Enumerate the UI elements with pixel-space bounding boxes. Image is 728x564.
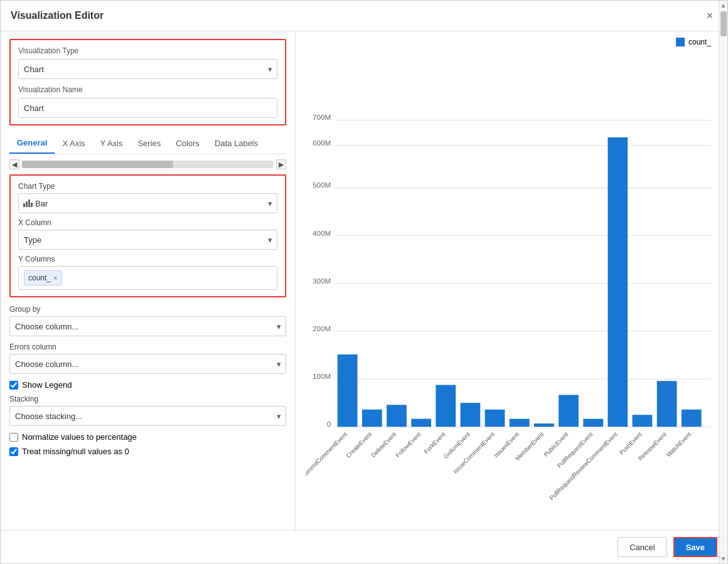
dialog-footer: Cancel Save [1, 530, 727, 563]
svg-text:0: 0 [327, 420, 331, 428]
bar-chart: 0 100M 200M 300M 400M 500M 600M 700M [306, 38, 717, 524]
bar-1 [362, 410, 382, 427]
normalize-row: Normalize values to percentage [9, 432, 286, 442]
svg-text:700M: 700M [313, 113, 331, 121]
y-columns-label: Y Columns [18, 255, 277, 263]
bar-10 [583, 419, 603, 427]
svg-text:100M: 100M [313, 372, 331, 380]
x-column-select-wrapper: Type [18, 230, 277, 250]
svg-text:500M: 500M [313, 181, 331, 189]
chart-settings-section: Chart Type Bar X Column Type [9, 174, 286, 297]
group-by-select[interactable]: Choose column... [9, 316, 286, 336]
tab-colors[interactable]: Colors [168, 134, 207, 153]
bar-4 [436, 385, 456, 427]
scroll-thumb [22, 161, 173, 168]
svg-text:WatchEvent: WatchEvent [665, 430, 692, 458]
bar-9 [559, 395, 579, 427]
tab-datalabels[interactable]: Data Labels [207, 134, 265, 153]
bar-8 [534, 423, 554, 427]
svg-text:ForkEvent: ForkEvent [422, 430, 447, 455]
chart-container: count_ 0 100M 200M 300M 400M 500M 600M 7… [306, 38, 717, 524]
legend-label: count_ [688, 38, 711, 46]
chart-type-select[interactable]: Bar [18, 193, 277, 213]
treat-null-label: Treat missing/null values as 0 [22, 447, 129, 456]
y-column-tag: count_ × [24, 270, 62, 285]
scroll-right-arrow[interactable]: ▶ [276, 159, 286, 169]
visualization-editor-dialog: Visualization Editor × Visualization Typ… [0, 0, 728, 564]
bar-7 [510, 419, 530, 427]
tab-yaxis[interactable]: Y Axis [93, 134, 131, 153]
right-panel: count_ 0 100M 200M 300M 400M 500M 600M 7… [296, 31, 727, 530]
y-columns-box: count_ × [18, 266, 277, 290]
save-button[interactable]: Save [673, 537, 717, 557]
tab-general[interactable]: General [9, 133, 55, 154]
stacking-row: Stacking Choose stacking... [9, 395, 286, 426]
y-column-tag-close[interactable]: × [53, 274, 57, 282]
viz-type-select[interactable]: Chart [18, 59, 277, 79]
tab-series[interactable]: Series [130, 134, 168, 153]
tab-xaxis[interactable]: X Axis [55, 134, 92, 153]
stacking-select[interactable]: Choose stacking... [9, 406, 286, 426]
stacking-select-wrapper: Choose stacking... [9, 406, 286, 426]
show-legend-row: Show Legend [9, 380, 286, 390]
errors-column-select[interactable]: Choose column... [9, 354, 286, 374]
bar-13 [657, 381, 677, 427]
group-by-row: Group by Choose column... [9, 305, 286, 336]
cancel-button[interactable]: Cancel [618, 537, 666, 557]
viz-name-label: Visualization Name [18, 85, 277, 94]
svg-text:PushEvent: PushEvent [618, 430, 644, 456]
bar-2 [387, 405, 407, 427]
show-legend-label: Show Legend [22, 380, 72, 390]
bar-3 [411, 419, 431, 427]
viz-type-select-wrapper: Chart [18, 59, 277, 79]
tabs-row: General X Axis Y Axis Series Colors Data… [9, 133, 286, 154]
chart-legend: count_ [676, 38, 711, 46]
x-column-label: X Column [18, 218, 277, 227]
svg-text:200M: 200M [313, 324, 331, 333]
viz-name-input[interactable] [18, 98, 277, 118]
svg-text:FollowEvent: FollowEvent [394, 430, 422, 459]
chart-type-label: Chart Type [18, 182, 277, 191]
dialog-header: Visualization Editor × [1, 1, 727, 31]
scroll-left-arrow[interactable]: ◀ [9, 159, 19, 169]
errors-column-label: Errors column [9, 343, 286, 351]
treat-null-row: Treat missing/null values as 0 [9, 447, 286, 456]
stacking-label: Stacking [9, 395, 286, 403]
svg-text:CommitCommentEvent: CommitCommentEvent [306, 430, 348, 479]
treat-null-checkbox[interactable] [9, 447, 18, 456]
vertical-scroll-thumb [720, 31, 727, 36]
bar-11 [608, 137, 628, 427]
errors-column-select-wrapper: Choose column... [9, 354, 286, 374]
svg-text:600M: 600M [313, 139, 331, 147]
bar-14 [682, 410, 702, 427]
svg-text:300M: 300M [313, 277, 331, 285]
left-panel: Visualization Type Chart Visualization N… [1, 31, 296, 530]
errors-column-row: Errors column Choose column... [9, 343, 286, 374]
chart-type-select-wrapper: Bar [18, 193, 277, 213]
bar-5 [461, 403, 481, 427]
bar-12 [633, 415, 653, 427]
legend-color-swatch [676, 38, 685, 46]
y-column-tag-label: count_ [28, 274, 51, 282]
bar-6 [485, 410, 505, 427]
svg-text:400M: 400M [313, 229, 331, 237]
dialog-title: Visualization Editor [11, 10, 104, 21]
close-button[interactable]: × [702, 8, 717, 23]
x-column-select[interactable]: Type [18, 230, 277, 250]
bar-0 [338, 354, 358, 427]
viz-type-name-section: Visualization Type Chart Visualization N… [9, 39, 286, 125]
svg-text:IssueCommentEvent: IssueCommentEvent [452, 430, 496, 474]
group-by-label: Group by [9, 305, 286, 314]
dialog-body: Visualization Type Chart Visualization N… [1, 31, 727, 530]
svg-text:DeleteEvent: DeleteEvent [370, 430, 398, 459]
viz-type-label: Visualization Type [18, 46, 277, 55]
scroll-track [22, 161, 274, 168]
vertical-scrollbar[interactable]: ▲ ▼ [719, 31, 727, 530]
show-legend-checkbox[interactable] [9, 381, 18, 390]
horizontal-scrollbar[interactable]: ◀ ▶ [9, 159, 286, 169]
normalize-checkbox[interactable] [9, 433, 18, 442]
normalize-label: Normalize values to percentage [22, 432, 137, 442]
group-by-select-wrapper: Choose column... [9, 316, 286, 336]
svg-text:CreateEvent: CreateEvent [345, 430, 373, 459]
